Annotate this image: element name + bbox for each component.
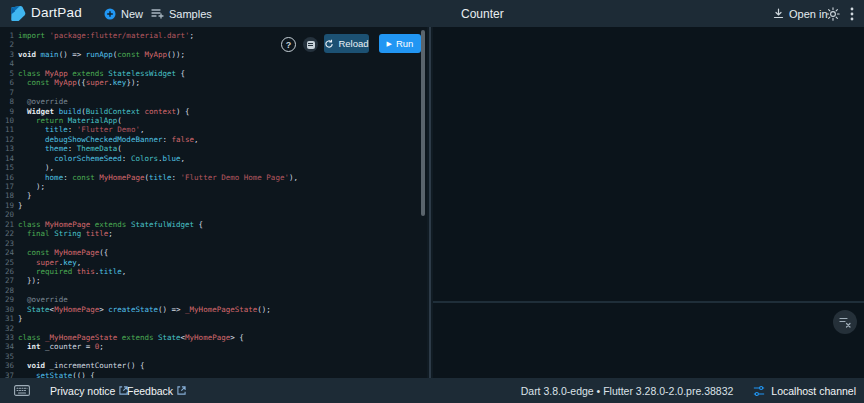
code-line[interactable]: class MyApp extends StatelessWidget { <box>18 69 419 78</box>
editor-scrollbar[interactable] <box>421 30 425 216</box>
overflow-menu-button[interactable] <box>846 0 858 27</box>
code-line[interactable]: home: const MyHomePage(title: 'Flutter D… <box>18 173 419 182</box>
sdk-version-text: Dart 3.8.0-edge • Flutter 3.28.0-2.0.pre… <box>521 385 734 397</box>
code-line[interactable] <box>18 239 419 248</box>
line-number: 22 <box>0 229 14 238</box>
line-number: 29 <box>0 295 14 304</box>
code-editor[interactable]: 1234567891011121314151617181920212223242… <box>0 27 427 378</box>
help-icon: ? <box>286 40 292 50</box>
code-line[interactable]: debugShowCheckedModeBanner: false, <box>18 135 419 144</box>
line-number: 28 <box>0 286 14 295</box>
gutter: 1234567891011121314151617181920212223242… <box>0 31 14 378</box>
line-number: 27 <box>0 276 14 285</box>
code-line[interactable]: @override <box>18 97 419 106</box>
privacy-notice-label: Privacy notice <box>50 385 115 397</box>
line-number: 17 <box>0 182 14 191</box>
line-number: 9 <box>0 107 14 116</box>
external-link-icon <box>177 386 186 395</box>
line-number: 23 <box>0 239 14 248</box>
code-line[interactable]: return MaterialApp( <box>18 116 419 125</box>
code-line[interactable]: } <box>18 314 419 323</box>
code-line[interactable]: super.key, <box>18 258 419 267</box>
line-number: 16 <box>0 173 14 182</box>
add-circle-icon <box>104 8 116 20</box>
line-number: 10 <box>0 116 14 125</box>
line-number: 35 <box>0 352 14 361</box>
line-number: 19 <box>0 201 14 210</box>
new-button-label: New <box>121 8 143 20</box>
line-number: 36 <box>0 361 14 370</box>
line-number: 24 <box>0 248 14 257</box>
samples-icon <box>151 8 164 19</box>
feedback-link[interactable]: Feedback <box>127 378 186 403</box>
code-line[interactable]: } <box>18 191 419 200</box>
code-line[interactable] <box>18 352 419 361</box>
keyboard-shortcuts-button[interactable] <box>14 378 30 403</box>
code-line[interactable]: class _MyHomePageState extends State<MyH… <box>18 333 419 342</box>
code-line[interactable]: const MyHomePage({ <box>18 248 419 257</box>
line-number: 5 <box>0 69 14 78</box>
code-line[interactable]: final String title; <box>18 229 419 238</box>
line-number: 2 <box>0 40 14 49</box>
code-line[interactable]: theme: ThemeData( <box>18 144 419 153</box>
line-number: 34 <box>0 342 14 351</box>
privacy-notice-link[interactable]: Privacy notice <box>50 378 128 403</box>
run-button-label: Run <box>396 38 413 49</box>
code-line[interactable] <box>18 324 419 333</box>
line-number: 31 <box>0 314 14 323</box>
app-preview-frame[interactable] <box>433 27 864 301</box>
code-line[interactable]: title: 'Flutter Demo', <box>18 125 419 134</box>
new-button[interactable]: New <box>104 0 143 27</box>
code-line[interactable]: const MyApp({super.key}); <box>18 78 419 87</box>
download-icon <box>773 8 784 19</box>
run-button[interactable]: ▶ Run <box>379 34 421 53</box>
header: DartPad New Samples Counter Open in <box>0 0 864 27</box>
code-lines: import 'package:flutter/material.dart';v… <box>18 31 419 378</box>
line-number: 33 <box>0 333 14 342</box>
samples-button[interactable]: Samples <box>151 0 212 27</box>
keyboard-icon <box>14 385 30 396</box>
line-number: 3 <box>0 50 14 59</box>
channel-label: Localhost channel <box>771 385 856 397</box>
code-line[interactable]: required this.title, <box>18 267 419 276</box>
code-line[interactable]: void _incrementCounter() { <box>18 361 419 370</box>
open-in-button[interactable]: Open in <box>773 0 828 27</box>
code-line[interactable]: } <box>18 201 419 210</box>
tune-icon <box>753 385 765 397</box>
line-number: 32 <box>0 324 14 333</box>
code-line[interactable]: ); <box>18 182 419 191</box>
help-button[interactable]: ? <box>281 37 296 52</box>
code-line[interactable]: setState(() { <box>18 371 419 378</box>
code-line[interactable] <box>18 88 419 97</box>
theme-toggle-button[interactable] <box>826 0 840 27</box>
code-line[interactable]: colorSchemeSeed: Colors.blue, <box>18 154 419 163</box>
clear-console-button[interactable] <box>833 310 857 334</box>
reload-button[interactable]: Reload <box>324 34 369 53</box>
open-in-label: Open in <box>789 8 828 20</box>
brightness-icon <box>826 7 840 21</box>
reload-button-label: Reload <box>338 38 368 49</box>
line-number: 7 <box>0 88 14 97</box>
clear-console-icon <box>839 316 851 328</box>
line-number: 4 <box>0 59 14 68</box>
code-line[interactable]: }); <box>18 276 419 285</box>
play-icon: ▶ <box>387 40 392 47</box>
main-area: 1234567891011121314151617181920212223242… <box>0 27 864 378</box>
code-line[interactable] <box>18 286 419 295</box>
code-line[interactable] <box>18 59 419 68</box>
code-line[interactable]: ), <box>18 163 419 172</box>
footer-right: Dart 3.8.0-edge • Flutter 3.28.0-2.0.pre… <box>521 378 856 403</box>
channel-selector[interactable]: Localhost channel <box>753 385 856 397</box>
line-number: 25 <box>0 258 14 267</box>
code-line[interactable] <box>18 210 419 219</box>
code-line[interactable]: @override <box>18 295 419 304</box>
code-line[interactable]: Widget build(BuildContext context) { <box>18 107 419 116</box>
line-number: 6 <box>0 78 14 87</box>
line-number: 26 <box>0 267 14 276</box>
code-line[interactable]: class MyHomePage extends StatefulWidget … <box>18 220 419 229</box>
code-line[interactable]: int _counter = 0; <box>18 342 419 351</box>
code-line[interactable]: State<MyHomePage> createState() => _MyHo… <box>18 305 419 314</box>
format-button[interactable] <box>303 37 318 52</box>
line-number: 11 <box>0 125 14 134</box>
line-number: 12 <box>0 135 14 144</box>
